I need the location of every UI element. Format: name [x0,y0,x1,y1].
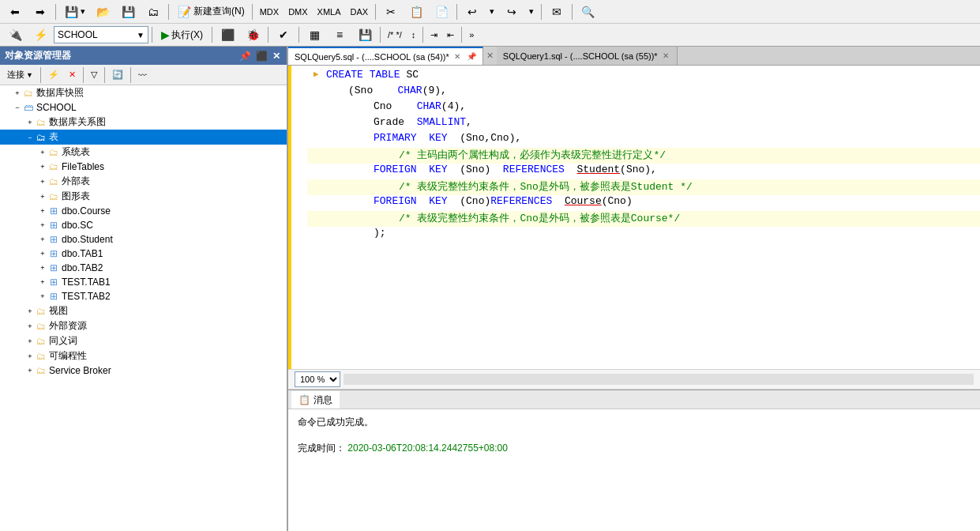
cut-button[interactable]: ✂ [379,2,403,22]
expand-icon[interactable]: + [38,292,47,301]
refresh-button[interactable]: 🔄 [108,67,127,82]
undo-icon: ↩ [464,4,480,20]
list-item[interactable]: + 🗂 同义词 [0,333,287,348]
panel-dock-icon[interactable]: ⬛ [254,51,269,62]
email-button[interactable]: ✉ [545,2,569,22]
expand-icon[interactable]: + [38,177,47,186]
disconnect-button[interactable]: ✕ [65,67,80,82]
list-item[interactable]: + 🗂 图形表 [0,189,287,204]
messages-content: 命令已成功完成。 完成时间： 2020-03-06T20:08:14.24427… [288,409,980,531]
new-query-button[interactable]: 📝 新建查询(N) [172,2,249,22]
paste-button[interactable]: 📄 [430,2,453,22]
tree-area[interactable]: + 🗂 数据库快照 − 🗃 SCHOOL + 🗂 数据库关系图 [0,85,287,531]
list-item[interactable]: + ⊞ dbo.Student [0,232,287,247]
save-group-button[interactable]: 💾▾ [59,2,89,22]
open-button[interactable]: 📂 [91,2,115,22]
tab-pin-icon[interactable]: 📌 [467,52,476,61]
expand-icon[interactable]: + [25,352,35,361]
list-item[interactable]: + 🗂 FileTables [0,160,287,174]
tab-close-icon[interactable]: ✕ [452,52,462,61]
xmla-button[interactable]: XMLA [314,5,345,19]
collapse-icon[interactable]: − [25,133,35,142]
messages-tab[interactable]: 📋 消息 [291,391,340,409]
code-editor[interactable]: ▶ CREATE TABLE SC ( Sno CHAR(9), Cno CHA… [288,66,980,369]
expand-icon[interactable]: + [25,307,35,316]
saveall-button[interactable]: 🗂 [141,2,165,22]
connect-toolbar-label: 连接 [7,69,24,81]
horizontal-scrollbar[interactable] [344,374,974,385]
connect-toolbar-button[interactable]: 🔌 [3,24,27,45]
expand-icon[interactable]: + [25,337,35,346]
list-item[interactable]: + 🗂 Service Broker [0,363,287,378]
parse-button[interactable]: ✔ [272,24,295,45]
expand-icon[interactable]: + [38,192,47,201]
dax-button[interactable]: DAX [347,5,373,19]
undo-drop-button[interactable]: ▾ [486,4,498,19]
list-item[interactable]: + ⊞ dbo.TAB2 [0,261,287,275]
list-item[interactable]: + 🗂 数据库关系图 [0,115,287,130]
wavechart-button[interactable]: 〰 [134,68,151,82]
list-item[interactable]: − 🗂 表 [0,130,287,145]
tab-sqlquery1[interactable]: SQLQuery1.sql - (....SCHOOL (sa (55))* ✕ [497,47,678,65]
refresh-filter-button[interactable]: ⚡ [44,67,63,82]
panel-close-icon[interactable]: ✕ [271,51,282,62]
more-button[interactable]: » [465,28,478,42]
collapse-icon[interactable]: − [13,103,22,112]
list-item[interactable]: + 🗂 系统表 [0,145,287,160]
list-item[interactable]: + ⊞ dbo.Course [0,204,287,218]
uncomment-button[interactable]: ↕ [407,28,420,42]
indent-button[interactable]: ⇥ [426,28,441,43]
key-keyword: KEY [429,132,447,144]
expand-icon[interactable]: + [38,148,47,157]
expand-icon[interactable]: + [38,277,47,287]
panel-pin-icon[interactable]: 📌 [238,51,253,62]
result-file-button[interactable]: 💾 [353,24,377,45]
indent-icon: ⇥ [430,30,437,40]
expand-icon[interactable]: + [38,263,47,273]
mdx-button[interactable]: MDX [256,5,283,19]
database-selector[interactable]: SCHOOL ▼ [54,26,148,43]
copy-button[interactable]: 📋 [404,2,428,22]
zoom-select[interactable]: 100 % 75 % 50 % 150 % 200 % [295,371,340,387]
panel-header: 对象资源管理器 📌 ⬛ ✕ [0,47,287,65]
tab-close2-icon[interactable]: ✕ [661,51,670,60]
list-item[interactable]: + 🗂 外部表 [0,174,287,189]
expand-icon[interactable]: + [38,249,47,258]
list-item[interactable]: + 🗂 数据库快照 [0,85,287,100]
filter-button[interactable]: ⚡ [28,24,52,45]
comment-button[interactable]: /* */ [384,28,406,42]
back-button[interactable]: ⬅ [3,2,27,22]
debug-button[interactable]: 🐞 [241,24,265,45]
list-item[interactable]: − 🗃 SCHOOL [0,100,287,115]
outdent-button[interactable]: ⇤ [443,28,458,43]
expand-icon[interactable]: + [13,88,22,98]
list-item[interactable]: + 🗂 视图 [0,303,287,318]
result-text-button[interactable]: ≡ [328,24,351,45]
forward-button[interactable]: ➡ [28,2,52,22]
list-item[interactable]: + ⊞ dbo.SC [0,218,287,232]
list-item[interactable]: + ⊞ TEST.TAB1 [0,275,287,289]
stop-button[interactable]: ⬛ [216,24,239,45]
list-item[interactable]: + ⊞ TEST.TAB2 [0,289,287,303]
expand-icon[interactable]: + [38,235,47,244]
save-button[interactable]: 💾 [116,2,140,22]
execute-button[interactable]: ▶ 执行(X) [156,26,208,44]
redo-button[interactable]: ↪ [500,2,524,22]
expand-icon[interactable]: + [25,366,35,375]
expand-icon[interactable]: + [25,322,35,331]
dmx-button[interactable]: DMX [284,5,311,19]
expand-icon[interactable]: + [25,118,35,127]
connect-button[interactable]: 连接 ▼ [3,66,37,83]
list-item[interactable]: + 🗂 外部资源 [0,318,287,333]
tab-sqlquery5[interactable]: SQLQuery5.sql - (....SCHOOL (sa (54))* ✕… [288,47,483,65]
redo-drop-button[interactable]: ▾ [525,4,538,19]
list-item[interactable]: + 🗂 可编程性 [0,348,287,363]
undo-button[interactable]: ↩ [460,2,484,22]
result-grid-button[interactable]: ▦ [302,24,326,45]
list-item[interactable]: + ⊞ dbo.TAB1 [0,247,287,261]
expand-icon[interactable]: + [38,220,47,230]
filter-tree-button[interactable]: ▽ [87,67,101,82]
search-button[interactable]: 🔍 [576,2,599,22]
expand-icon[interactable]: + [38,206,47,216]
expand-icon[interactable]: + [38,162,47,171]
